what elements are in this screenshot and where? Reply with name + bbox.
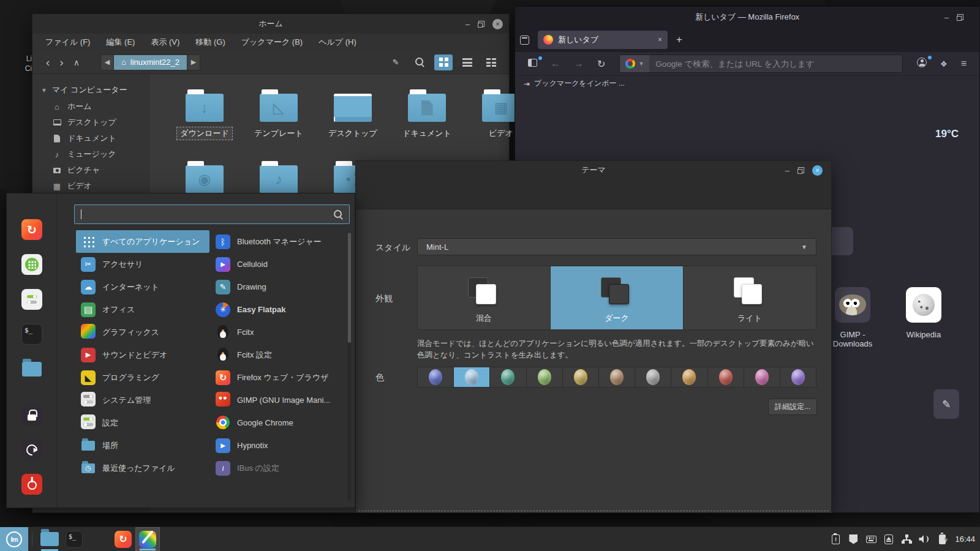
sidebar-section-my-computer[interactable]: ▼ マイ コンピューター	[32, 81, 150, 99]
minimize-button[interactable]: –	[944, 13, 949, 21]
app-item-8[interactable]: Google Chrome	[211, 411, 349, 434]
mint-menu-button[interactable]: lm	[0, 527, 28, 551]
color-swatch-2[interactable]	[490, 367, 526, 387]
clipboard-icon[interactable]	[830, 534, 841, 545]
new-tab-button[interactable]: +	[676, 34, 682, 46]
menubar-item-4[interactable]: ブックマーク (B)	[235, 35, 309, 50]
sidebar-item-document[interactable]: ドキュメント	[32, 130, 150, 146]
file-item-download[interactable]: ↓ダウンロード	[170, 88, 239, 140]
shield-icon[interactable]	[848, 534, 859, 545]
forward-button[interactable]: →	[568, 58, 589, 69]
file-manager-titlebar[interactable]: ホーム – ×	[32, 14, 509, 34]
tab-new-tab[interactable]: 新しいタブ ×	[538, 31, 668, 49]
network-icon[interactable]	[901, 534, 912, 545]
color-swatch-7[interactable]	[671, 367, 707, 387]
theme-titlebar[interactable]: テーマ – ×	[356, 161, 831, 179]
close-button[interactable]: ×	[492, 19, 503, 29]
close-button[interactable]: ×	[812, 165, 823, 176]
app-item-1[interactable]: ▶Celluloid	[211, 253, 349, 276]
extensions-button[interactable]: ❖	[935, 59, 953, 69]
file-item-desktop-screen[interactable]: デスクトップ	[318, 88, 387, 140]
menubar-item-5[interactable]: ヘルプ (H)	[312, 35, 363, 50]
category-accessories[interactable]: ✂アクセサリ	[76, 253, 209, 276]
icon-view-button[interactable]	[434, 54, 453, 70]
account-button[interactable]	[911, 58, 932, 70]
compact-view-button[interactable]	[482, 54, 500, 70]
launcher-themes[interactable]	[135, 527, 160, 551]
category-office[interactable]: ▤オフィス	[76, 298, 209, 321]
url-bar[interactable]: ▼	[619, 54, 903, 73]
search-button[interactable]	[410, 54, 429, 70]
color-swatch-1[interactable]	[454, 367, 490, 387]
back-button[interactable]: ‹	[41, 56, 55, 68]
sidebar-item-home[interactable]: ⌂ホーム	[32, 99, 150, 114]
appearance-option-light[interactable]: ライト	[684, 266, 816, 329]
menubar-item-1[interactable]: 編集 (E)	[99, 35, 141, 50]
style-dropdown[interactable]: Mint-L ▼	[417, 238, 816, 255]
breadcrumb-home-segment[interactable]: ⌂ linuxmint22_2	[114, 54, 187, 70]
advanced-settings-button[interactable]: 詳細設定...	[768, 399, 817, 415]
sidebar-toggle-button[interactable]	[522, 58, 543, 69]
category-programming[interactable]: ◣プログラミング	[76, 366, 209, 389]
color-swatch-0[interactable]	[418, 367, 454, 387]
breadcrumb-right-arrow[interactable]: ▶	[187, 54, 200, 70]
app-item-4[interactable]: Fcitx	[211, 321, 349, 343]
sidebar-item-music[interactable]: ♪ミュージック	[32, 146, 150, 162]
app-item-2[interactable]: ✎Drawing	[211, 276, 349, 298]
forward-button[interactable]: ›	[55, 56, 68, 68]
clock[interactable]: 16:44	[954, 534, 980, 544]
appearance-option-mixed[interactable]: 混合	[418, 266, 551, 329]
color-swatch-5[interactable]	[599, 367, 635, 387]
category-all-apps[interactable]: すべてのアプリケーション	[76, 230, 209, 253]
app-item-7[interactable]: GIMP (GNU Image Mani...	[211, 389, 349, 411]
restore-button[interactable]	[478, 21, 484, 28]
url-input[interactable]	[649, 59, 902, 69]
list-view-button[interactable]	[458, 54, 477, 70]
menu-search-box[interactable]	[74, 204, 350, 224]
color-swatch-9[interactable]	[744, 367, 780, 387]
firefox-titlebar[interactable]: 新しいタブ — Mozilla Firefox –	[515, 7, 979, 28]
launcher-terminal[interactable]: $_	[62, 527, 86, 551]
restore-button[interactable]	[797, 167, 804, 174]
reload-button[interactable]: ↻	[592, 58, 611, 70]
sidebar-item-desktop[interactable]: デスクトップ	[32, 114, 150, 130]
category-graphics[interactable]: グラフィックス	[76, 321, 209, 343]
app-item-0[interactable]: ᛒBluetooth マネージャー	[211, 230, 349, 253]
file-item-camera-folder[interactable]: ◉	[170, 160, 239, 193]
personalize-newtab-button[interactable]: ✎	[933, 389, 959, 419]
launcher-files[interactable]	[37, 527, 62, 551]
back-button[interactable]: ←	[545, 58, 566, 69]
category-system-admin[interactable]: システム管理	[76, 389, 209, 411]
color-swatch-6[interactable]	[635, 367, 671, 387]
sidebar-item-video[interactable]: ▦ビデオ	[32, 178, 150, 194]
category-places[interactable]: 場所	[76, 434, 209, 457]
search-engine-chip[interactable]: ▼	[620, 55, 649, 72]
menubar-item-3[interactable]: 移動 (G)	[189, 35, 232, 50]
color-swatch-3[interactable]	[527, 367, 563, 387]
category-settings[interactable]: 設定	[76, 411, 209, 434]
category-internet[interactable]: ☁インターネット	[76, 276, 209, 298]
volume-icon[interactable]	[919, 534, 930, 545]
removable-drive-icon[interactable]	[883, 534, 894, 545]
menu-search-input[interactable]	[83, 210, 334, 219]
desktop-icon-label-fragment[interactable]: LiCi	[6, 54, 32, 73]
app-item-10[interactable]: iIBus の設定	[211, 457, 349, 479]
menubar-item-2[interactable]: 表示 (V)	[144, 35, 186, 50]
menu-button[interactable]: ≡	[956, 58, 972, 69]
import-bookmarks-button[interactable]: ブックマークをインポー ...	[534, 78, 625, 89]
file-item-music-folder[interactable]: ♪	[244, 160, 313, 193]
minimize-button[interactable]: –	[785, 167, 790, 174]
breadcrumb-left-arrow[interactable]: ◀	[100, 54, 114, 70]
sidebar-item-camera[interactable]: ピクチャ	[32, 162, 150, 178]
color-swatch-4[interactable]	[563, 367, 599, 387]
scrollbar-thumb[interactable]	[348, 233, 351, 343]
minimize-button[interactable]: –	[466, 20, 470, 28]
file-item-templates[interactable]: ◺テンプレート	[244, 88, 313, 140]
restore-button[interactable]	[957, 14, 963, 21]
color-swatch-8[interactable]	[708, 367, 744, 387]
expander-icon[interactable]: ▼	[41, 87, 47, 94]
shortcut-tile-gimp[interactable]	[835, 287, 870, 323]
up-button[interactable]: ∧	[69, 58, 85, 67]
category-recent-files[interactable]: 最近使ったファイル	[76, 457, 209, 479]
weather-widget[interactable]: 19°C	[935, 128, 959, 140]
